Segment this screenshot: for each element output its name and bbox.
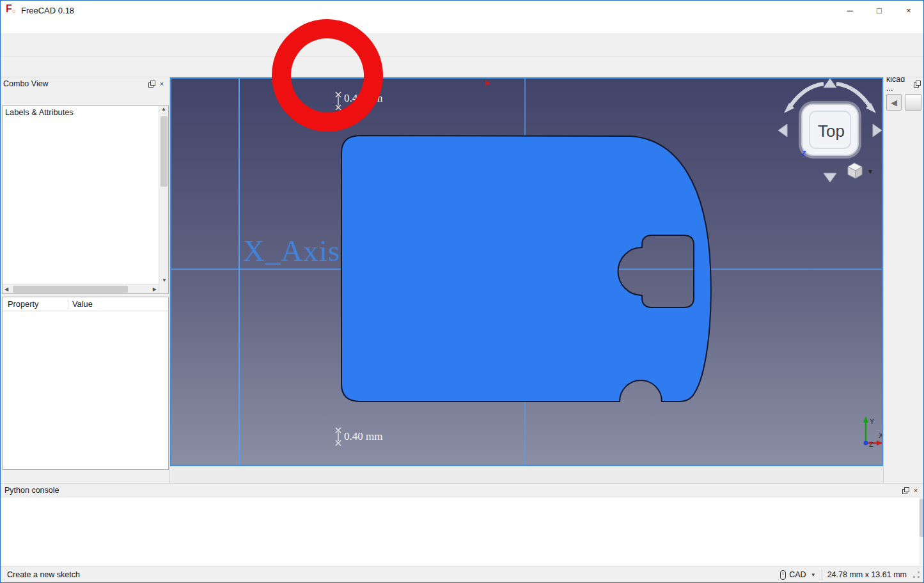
minimize-button[interactable]: ─ (835, 1, 865, 20)
python-console: Python console × (1, 483, 924, 566)
value-column-header: Value (68, 299, 93, 309)
close-button[interactable]: × (894, 1, 923, 20)
console-scrollbar[interactable] (919, 497, 924, 566)
tree-horizontal-scrollbar[interactable]: ◀▶ (3, 284, 159, 293)
tilt-up-arrow-icon (824, 79, 836, 88)
nav-style-selector[interactable]: CAD (789, 570, 806, 579)
navcube-face-label[interactable]: Top (803, 105, 859, 157)
svg-text:Z: Z (869, 440, 873, 448)
viewport-marker (485, 80, 490, 86)
model-tree: Labels & Attributes ▲▼ ◀▶ (2, 105, 169, 294)
python-console-title: Python console (4, 486, 59, 495)
mouse-icon (780, 570, 786, 580)
kicad-partial-button[interactable] (905, 94, 921, 111)
kicad-panel-float-icon[interactable] (912, 79, 922, 88)
svg-text:X: X (879, 431, 883, 439)
navcube-menu-dropdown[interactable]: ▼ (867, 168, 873, 175)
combo-view-title: Combo View (3, 79, 49, 88)
3d-viewport[interactable]: Y X Z X_Axis 0.40 mm 0.40 mm Top z ▼ (170, 77, 883, 466)
window-title: FreeCAD 0.18 (21, 6, 74, 15)
nav-style-dropdown[interactable]: ▾ (810, 571, 817, 578)
combo-view-panel: Combo View × Labels & Attributes ▲▼ ◀▶ P… (1, 77, 170, 483)
console-output[interactable] (1, 497, 924, 566)
resize-grip[interactable] (913, 571, 920, 578)
tree-header: Labels & Attributes (3, 106, 168, 118)
tilt-down-arrow-icon (824, 173, 836, 182)
svg-text:Y: Y (870, 417, 875, 425)
dimension-constraint-bottom[interactable] (336, 428, 341, 446)
console-float-icon[interactable] (900, 486, 911, 495)
toolbar-standard (1, 34, 923, 57)
x-axis-label: X_Axis (243, 233, 340, 268)
kicad-panel-title: kicad ... (886, 77, 912, 93)
document-tab-bar (170, 466, 883, 483)
menu-bar (1, 20, 923, 34)
freecad-logo-icon: F☼ (6, 4, 17, 16)
maximize-button[interactable]: □ (865, 1, 894, 20)
cursor-dimensions: 24.78 mm x 13.61 mm (827, 570, 907, 579)
sketch-shape[interactable] (341, 136, 711, 401)
property-editor: Property Value (2, 297, 169, 470)
console-close-icon[interactable]: × (911, 486, 921, 495)
navcube-z-hint: z (802, 148, 806, 157)
rotate-face-left-arrow-icon (778, 124, 787, 137)
navcube-mini-cube-icon (848, 163, 862, 178)
title-bar: F☼ FreeCAD 0.18 ─ □ × (1, 1, 923, 20)
status-message: Create a new sketch (7, 570, 80, 579)
dimension-label-top: 0.40 mm (344, 92, 382, 105)
panel-float-icon[interactable] (146, 79, 157, 88)
dimension-constraint-top[interactable] (336, 92, 341, 110)
rotate-face-right-arrow-icon (873, 124, 882, 137)
property-column-header: Property (3, 299, 68, 309)
freecad-window: F☼ FreeCAD 0.18 ─ □ × Combo View × Label… (0, 0, 924, 583)
tree-vertical-scrollbar[interactable]: ▲▼ (159, 106, 168, 293)
toolbar-workbench (1, 57, 923, 77)
dimension-label-bottom: 0.40 mm (344, 430, 382, 443)
axis-indicator-icon: Y X Z (863, 416, 883, 448)
kicad-back-button[interactable]: ◀ (886, 94, 902, 111)
status-bar: Create a new sketch CAD ▾ 24.78 mm x 13.… (1, 566, 924, 583)
panel-close-icon[interactable]: × (157, 79, 167, 88)
kicad-stepup-panel: kicad ... ◀ (883, 77, 924, 483)
